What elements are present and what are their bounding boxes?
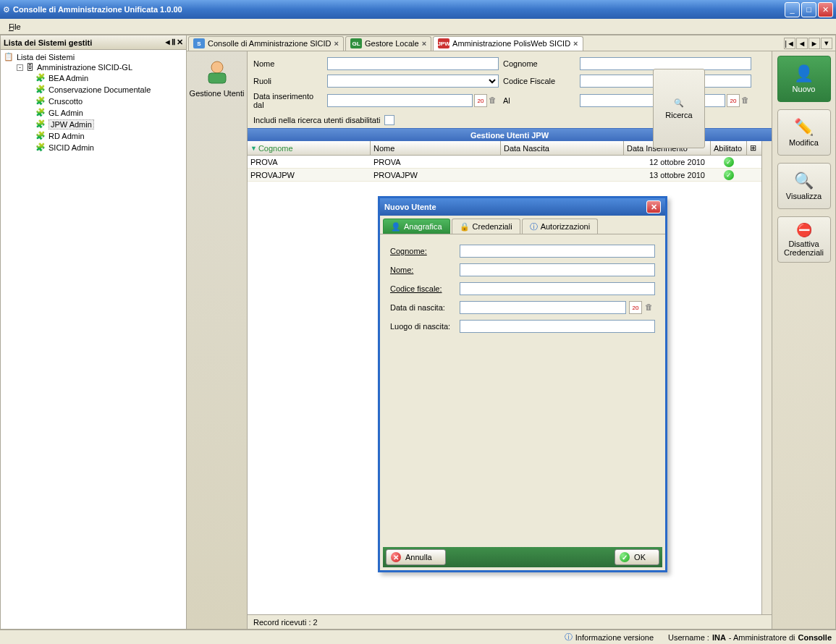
username-label: Username : <box>668 633 709 642</box>
info-icon: ⓘ <box>530 221 538 232</box>
nuovo-button[interactable]: 👤 Nuovo <box>777 56 831 102</box>
sidebar: Lista dei Sistemi gestiti ◄Ⅱ ✕ 📋 Lista d… <box>0 35 187 630</box>
ok-icon: ✓ <box>620 552 630 562</box>
dialog-tabs: 👤 Anagrafica 🔒 Credenziali ⓘ Autorizzazi… <box>380 216 665 234</box>
dialog-title: Nuovo Utente <box>384 203 436 211</box>
tree-item-3[interactable]: 🧩GL Admin <box>1 107 186 119</box>
info-versione[interactable]: Informazione versione <box>575 633 654 642</box>
expand-icon[interactable]: - <box>17 64 23 71</box>
trash-icon[interactable]: 🗑 <box>645 302 655 313</box>
puzzle-icon: 🧩 <box>35 143 46 153</box>
dlg-nome-input[interactable] <box>460 263 655 276</box>
server-icon: 🗄 <box>26 63 34 72</box>
dlg-luogo-label: Luogo di nascita: <box>390 322 460 331</box>
username-value: INA <box>712 633 726 642</box>
tab-polisweb[interactable]: JPW Amministrazione PolisWeb SICID × <box>433 36 583 51</box>
app-icon: ⚙ <box>3 5 10 14</box>
tree-item-5[interactable]: 🧩RD Admin <box>1 130 186 142</box>
modifica-button[interactable]: ✏️ Modifica <box>777 109 831 156</box>
menubar: File <box>0 19 836 35</box>
user-icon: 👤 <box>391 222 401 232</box>
tree-item-4[interactable]: 🧩JPW Admin <box>1 119 186 130</box>
tree-item-0[interactable]: 🧩BEA Admin <box>1 72 186 84</box>
close-button[interactable]: ✕ <box>818 2 833 17</box>
menu-file-label: ile <box>13 22 21 31</box>
window-title: Consolle di Amministrazione Unificata 1.… <box>10 5 783 14</box>
maximize-button[interactable]: □ <box>801 2 816 17</box>
disable-icon: ⛔ <box>796 222 812 238</box>
minimize-button[interactable]: _ <box>785 2 800 17</box>
sidebar-close-icon[interactable]: ✕ <box>177 38 183 47</box>
gestione-utenti-icon[interactable] <box>203 57 232 86</box>
dlg-luogo-input[interactable] <box>460 320 655 333</box>
dialog-close-button[interactable]: ✕ <box>646 200 661 213</box>
puzzle-icon: 🧩 <box>35 108 46 118</box>
tree-item-6[interactable]: 🧩SICID Admin <box>1 142 186 153</box>
dlg-cognome-input[interactable] <box>460 245 655 258</box>
center: Nome Cognome Ruoli Codice Fiscale Data i… <box>248 51 772 629</box>
view-icon: 🔍 <box>794 171 814 190</box>
puzzle-icon: 🧩 <box>35 131 46 141</box>
tree-group[interactable]: - 🗄 Amministrazione SICID-GL <box>1 62 186 72</box>
tabs-menu-button[interactable]: ▾ <box>821 38 832 49</box>
dlg-data-label: Data di nascita: <box>390 303 460 312</box>
tab-icon: S <box>193 38 205 48</box>
dlg-codice-label: Codice fiscale: <box>390 284 460 293</box>
tab-close-icon[interactable]: × <box>334 39 339 48</box>
gestione-utenti-label: Gestione Utenti <box>187 89 247 98</box>
puzzle-icon: 🧩 <box>35 119 46 130</box>
tabs-first-button[interactable]: |◄ <box>784 38 795 49</box>
app-name: Consolle <box>798 633 832 642</box>
tab-icon: GL <box>350 38 362 48</box>
dialog-body: Cognome: Nome: Codice fiscale: Data di n… <box>380 234 665 349</box>
tab-close-icon[interactable]: × <box>422 39 426 48</box>
dialog-footer: ✕ Annulla ✓ OK <box>383 547 662 567</box>
main: S Consolle di Amministrazione SICID × GL… <box>187 35 836 630</box>
calendar-icon[interactable]: 20 <box>629 301 642 314</box>
window-titlebar: ⚙ Consolle di Amministrazione Unificata … <box>0 0 836 19</box>
annulla-button[interactable]: ✕ Annulla <box>386 549 446 565</box>
edit-icon: ✏️ <box>794 118 814 137</box>
tab-anagrafica[interactable]: 👤 Anagrafica <box>383 219 450 234</box>
puzzle-icon: 🧩 <box>35 96 46 106</box>
dlg-codice-input[interactable] <box>460 282 655 295</box>
sidebar-collapse-icon[interactable]: ◄Ⅱ <box>164 38 175 47</box>
svg-point-0 <box>211 62 223 73</box>
disattiva-button[interactable]: ⛔ Disattiva Credenziali <box>777 216 831 263</box>
nuovo-utente-dialog: Nuovo Utente ✕ 👤 Anagrafica 🔒 Credenzial… <box>378 196 667 572</box>
ok-button[interactable]: ✓ OK <box>615 549 659 565</box>
role-label: - Amministratore di <box>729 633 795 642</box>
tab-credenziali[interactable]: 🔒 Credenziali <box>452 219 520 234</box>
dlg-data-input[interactable] <box>460 301 626 314</box>
sidebar-tree: 📋 Lista dei Sistemi - 🗄 Amministrazione … <box>1 50 186 629</box>
tree-item-1[interactable]: 🧩Conservazione Documentale <box>1 84 186 96</box>
cancel-icon: ✕ <box>391 552 401 562</box>
dlg-nome-label: Nome: <box>390 266 460 274</box>
tab-autorizzazioni[interactable]: ⓘ Autorizzazioni <box>522 219 598 234</box>
footer: ⓘ Informazione versione Username : INA -… <box>0 630 836 644</box>
folder-icon: 📋 <box>4 52 14 62</box>
dlg-cognome-label: Cognome: <box>390 247 460 255</box>
dialog-overlay: Nuovo Utente ✕ 👤 Anagrafica 🔒 Credenzial… <box>248 51 772 629</box>
svg-rect-1 <box>208 73 226 83</box>
sidebar-title: Lista dei Sistemi gestiti <box>4 38 92 47</box>
lock-icon: 🔒 <box>460 222 470 232</box>
tabs-prev-button[interactable]: ◄ <box>796 38 808 49</box>
tab-close-icon[interactable]: × <box>573 39 578 48</box>
menu-file[interactable]: File <box>4 21 25 33</box>
puzzle-icon: 🧩 <box>35 73 46 83</box>
tabs-next-button[interactable]: ► <box>808 38 820 49</box>
tabstrip: S Consolle di Amministrazione SICID × GL… <box>187 35 835 51</box>
tree-root[interactable]: 📋 Lista dei Sistemi <box>1 51 186 62</box>
tab-icon: JPW <box>438 38 449 48</box>
info-icon[interactable]: ⓘ <box>565 632 573 643</box>
tab-gestore-locale[interactable]: GL Gestore Locale × <box>345 36 431 51</box>
tree-item-2[interactable]: 🧩Cruscotto <box>1 96 186 107</box>
visualizza-button[interactable]: 🔍 Visualizza <box>777 163 831 209</box>
tab-sicid[interactable]: S Consolle di Amministrazione SICID × <box>188 36 344 51</box>
puzzle-icon: 🧩 <box>35 85 46 95</box>
sidebar-header: Lista dei Sistemi gestiti ◄Ⅱ ✕ <box>1 35 186 50</box>
star-user-icon: 👤 <box>794 64 814 83</box>
right-panel: 👤 Nuovo ✏️ Modifica 🔍 Visualizza ⛔ Disat… <box>772 51 835 629</box>
dialog-titlebar: Nuovo Utente ✕ <box>380 198 665 216</box>
